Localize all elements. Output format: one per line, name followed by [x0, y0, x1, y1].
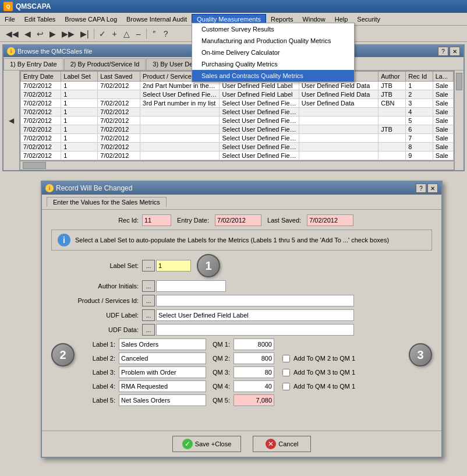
dropdown-purchasing-quality[interactable]: Purchasing Quality Metrics: [192, 58, 354, 70]
toolbar-first[interactable]: ◀◀: [3, 28, 21, 40]
table-row[interactable]: 7/02/201217/02/2012Select User Defined F…: [21, 125, 454, 134]
menu-security[interactable]: Security: [352, 15, 385, 24]
table-row[interactable]: 7/02/201217/02/2012Select User Defined F…: [21, 117, 454, 125]
horizontal-scrollbar[interactable]: [20, 161, 454, 170]
dropdown-mfg-quality[interactable]: Manufacturing and Production Quality Met…: [192, 35, 354, 47]
toolbar-next[interactable]: ▶: [47, 28, 58, 40]
toolbar-delete[interactable]: –: [133, 28, 144, 40]
toolbar-add[interactable]: +: [109, 28, 120, 40]
toolbar-prev[interactable]: ◀: [22, 28, 33, 40]
browse-title-buttons: ? ✕: [438, 47, 460, 56]
tab-by-product[interactable]: 2) By Product/Service Id: [64, 58, 146, 70]
menu-edit-tables[interactable]: Edit Tables: [20, 15, 61, 24]
table-row[interactable]: 7/02/201217/02/2012Select User Defined F…: [21, 134, 454, 143]
menu-bar: File Edit Tables Browse CAPA Log Browse …: [0, 13, 467, 26]
col-entry-date: Entry Date: [21, 72, 61, 82]
table-container-wrapper: Entry Date Label Set Last Saved Product …: [20, 70, 454, 170]
data-table-container[interactable]: Entry Date Label Set Last Saved Product …: [20, 70, 454, 161]
browse-close-btn[interactable]: ✕: [450, 47, 460, 56]
col-author: Author: [378, 72, 406, 82]
h-scroll-thumb[interactable]: [23, 162, 46, 169]
browse-window-title: Browse the QMCSales file: [17, 48, 92, 55]
menu-browse-internal[interactable]: Browse Internal Audit: [122, 15, 192, 24]
toolbar-last[interactable]: ▶|: [78, 28, 91, 40]
browse-title-text: i Browse the QMCSales file: [7, 47, 92, 55]
left-scroll-arrow[interactable]: ◀: [3, 70, 20, 170]
browse-help-btn[interactable]: ?: [438, 47, 448, 56]
dropdown-sales-contracts[interactable]: Sales and Contracts Quality Metrics: [192, 70, 354, 82]
toolbar-help[interactable]: ?: [161, 28, 171, 40]
toolbar-quote[interactable]: ″: [149, 28, 160, 40]
vertical-scrollbar[interactable]: [454, 70, 464, 170]
col-rec-id: Rec Id: [406, 72, 433, 82]
toolbar-check[interactable]: ✓: [97, 28, 108, 40]
col-label-set: Label Set: [61, 72, 98, 82]
title-bar: Q QMSCAPA: [0, 0, 467, 13]
toolbar-sep1: [94, 29, 94, 39]
table-row[interactable]: 7/02/20121Select User Defined Fiel...Use…: [21, 90, 454, 99]
quality-measurements-dropdown: Customer Survey Results Manufacturing an…: [192, 23, 355, 82]
data-table: Entry Date Label Set Last Saved Product …: [20, 71, 454, 161]
toolbar-sep2: [146, 29, 147, 39]
col-la: La...: [433, 72, 453, 82]
browse-window-icon: i: [7, 47, 15, 55]
toolbar-fast-forward[interactable]: ▶▶: [59, 28, 77, 40]
table-row[interactable]: 7/02/201217/02/20123rd Part number in my…: [21, 99, 454, 108]
toolbar-up[interactable]: △: [121, 28, 132, 40]
app-title: QMSCAPA: [16, 2, 51, 10]
v-scroll-thumb[interactable]: [456, 73, 462, 90]
left-arrow-icon: ◀: [9, 117, 14, 125]
dropdown-customer-survey[interactable]: Customer Survey Results: [192, 23, 354, 35]
tab-by-entry-date[interactable]: 1) By Entry Date: [3, 58, 63, 70]
col-last-saved: Last Saved: [98, 72, 140, 82]
table-row[interactable]: 7/02/201217/02/20122nd Part Number in th…: [21, 82, 454, 90]
table-row[interactable]: 7/02/201217/02/2012Select User Defined F…: [21, 108, 454, 117]
menu-browse-capa[interactable]: Browse CAPA Log: [60, 15, 122, 24]
table-row[interactable]: 7/02/201217/02/2012Select User Defined F…: [21, 143, 454, 151]
menu-quality-measurements-container: Quality Measurements Customer Survey Res…: [192, 16, 266, 23]
dropdown-ontime-delivery[interactable]: On-time Delivery Calculator: [192, 47, 354, 58]
menu-file[interactable]: File: [0, 15, 20, 24]
table-row[interactable]: 7/02/201217/02/2012Select User Defined F…: [21, 151, 454, 160]
browse-main-area: ◀ Entry Date Label Set Last Saved Produc…: [3, 70, 464, 170]
toolbar-undo[interactable]: ↩: [34, 28, 46, 40]
app-icon: Q: [3, 2, 13, 11]
